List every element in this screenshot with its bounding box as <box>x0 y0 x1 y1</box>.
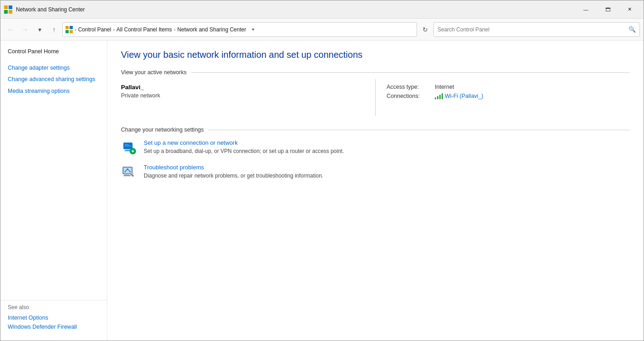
svg-rect-13 <box>132 150 133 152</box>
see-also-section: See also Internet Options Windows Defend… <box>0 300 107 335</box>
active-networks-label: View your active networks <box>121 69 630 76</box>
main-content: Control Panel Home Change adapter settin… <box>0 41 644 341</box>
breadcrumb-sep-3: › <box>174 27 176 32</box>
network-type: Private network <box>121 92 364 99</box>
page-title: View your basic network information and … <box>121 50 630 60</box>
refresh-icon: ↻ <box>423 26 428 33</box>
connections-label: Connections: <box>387 93 432 99</box>
setup-connection-icon <box>121 139 137 156</box>
minimize-button[interactable]: — <box>575 3 596 16</box>
back-button[interactable]: ← <box>4 23 17 36</box>
network-right: Access type: Internet Connections: <box>387 79 630 116</box>
close-button[interactable]: ✕ <box>619 3 640 16</box>
svg-point-23 <box>125 171 126 173</box>
breadcrumb-dropdown-button[interactable]: ▾ <box>249 25 257 34</box>
troubleshoot-icon <box>121 164 137 180</box>
breadcrumb-sep-2: › <box>113 27 115 32</box>
dropdown-button[interactable]: ▾ <box>33 23 46 36</box>
active-network-panel: Pallavi_ Private network Access type: In… <box>121 79 630 116</box>
see-also-label: See also <box>8 304 100 310</box>
svg-rect-3 <box>9 10 12 14</box>
sidebar-item-home[interactable]: Control Panel Home <box>8 46 100 58</box>
troubleshoot-desc: Diagnose and repair network problems, or… <box>144 173 323 179</box>
svg-rect-1 <box>9 5 12 9</box>
breadcrumb-bar: › Control Panel › All Control Panel Item… <box>62 22 417 37</box>
access-type-value: Internet <box>435 84 454 90</box>
address-bar: ← → ▾ ↑ › Control Panel › All Control Pa… <box>0 19 644 41</box>
forward-button[interactable]: → <box>19 23 31 36</box>
svg-point-24 <box>129 171 131 173</box>
breadcrumb-control-panel[interactable]: Control Panel <box>78 26 111 33</box>
see-also-internet-options[interactable]: Internet Options <box>8 313 100 322</box>
troubleshoot-item: Troubleshoot problems Diagnose and repai… <box>121 164 630 180</box>
search-input[interactable] <box>438 26 626 33</box>
troubleshoot-text: Troubleshoot problems Diagnose and repai… <box>144 164 630 180</box>
network-name: Pallavi_ <box>121 84 364 91</box>
sidebar: Control Panel Home Change adapter settin… <box>0 41 107 341</box>
sidebar-nav: Control Panel Home Change adapter settin… <box>0 46 107 298</box>
change-networking-label: Change your networking settings <box>121 127 630 133</box>
svg-rect-2 <box>4 10 8 14</box>
access-type-label: Access type: <box>387 84 432 90</box>
window-controls: — 🗖 ✕ <box>575 3 640 16</box>
back-icon: ← <box>7 26 14 33</box>
svg-point-27 <box>131 173 133 174</box>
wifi-link[interactable]: Wi-Fi (Pallavi_) <box>435 93 483 99</box>
content-area: View your basic network information and … <box>107 41 644 341</box>
svg-rect-7 <box>70 30 73 33</box>
wifi-bar-1 <box>435 97 436 99</box>
wifi-bar-4 <box>442 93 443 99</box>
wifi-link-label: Wi-Fi (Pallavi_) <box>445 93 483 99</box>
svg-rect-0 <box>4 5 8 9</box>
search-bar: 🔍 <box>433 22 640 37</box>
main-window: Network and Sharing Center — 🗖 ✕ ← → ▾ ↑ <box>0 0 644 341</box>
sidebar-item-change-adapter[interactable]: Change adapter settings <box>8 62 100 74</box>
title-bar: Network and Sharing Center — 🗖 ✕ <box>0 0 644 19</box>
breadcrumb-icon <box>65 26 73 33</box>
window-icon <box>4 5 12 14</box>
sidebar-item-media-streaming[interactable]: Media streaming options <box>8 86 100 97</box>
up-button[interactable]: ↑ <box>48 23 60 36</box>
svg-rect-9 <box>126 149 130 151</box>
svg-rect-6 <box>65 30 69 33</box>
wifi-bar-2 <box>437 96 438 99</box>
search-icon[interactable]: 🔍 <box>629 26 636 33</box>
maximize-button[interactable]: 🗖 <box>597 3 618 16</box>
network-left: Pallavi_ Private network <box>121 79 364 116</box>
forward-icon: → <box>22 26 28 33</box>
connections-row: Connections: Wi-Fi (Pallavi_) <box>387 93 630 99</box>
see-also-firewall[interactable]: Windows Defender Firewall <box>8 322 100 331</box>
refresh-button[interactable]: ↻ <box>419 23 432 36</box>
window-title: Network and Sharing Center <box>16 6 575 13</box>
breadcrumb-sep-1: › <box>75 27 76 32</box>
setup-connection-text: Set up a new connection or network Set u… <box>144 139 630 155</box>
breadcrumb-current[interactable]: Network and Sharing Center <box>177 26 246 33</box>
setup-connection-item: Set up a new connection or network Set u… <box>121 139 630 156</box>
wifi-bars-icon <box>435 93 443 99</box>
up-icon: ↑ <box>53 26 56 33</box>
network-divider <box>375 79 376 116</box>
breadcrumb-all-items[interactable]: All Control Panel Items <box>116 26 172 33</box>
svg-rect-5 <box>70 26 73 29</box>
dropdown-icon: ▾ <box>38 26 41 33</box>
svg-rect-4 <box>65 26 69 29</box>
access-type-row: Access type: Internet <box>387 84 630 90</box>
setup-connection-link[interactable]: Set up a new connection or network <box>144 139 630 146</box>
svg-rect-18 <box>124 175 131 176</box>
sidebar-item-advanced-sharing[interactable]: Change advanced sharing settings <box>8 74 100 86</box>
setup-connection-desc: Set up a broadband, dial-up, or VPN conn… <box>144 148 344 154</box>
svg-rect-17 <box>124 174 129 175</box>
wifi-bar-3 <box>439 95 441 99</box>
troubleshoot-link[interactable]: Troubleshoot problems <box>144 164 630 171</box>
